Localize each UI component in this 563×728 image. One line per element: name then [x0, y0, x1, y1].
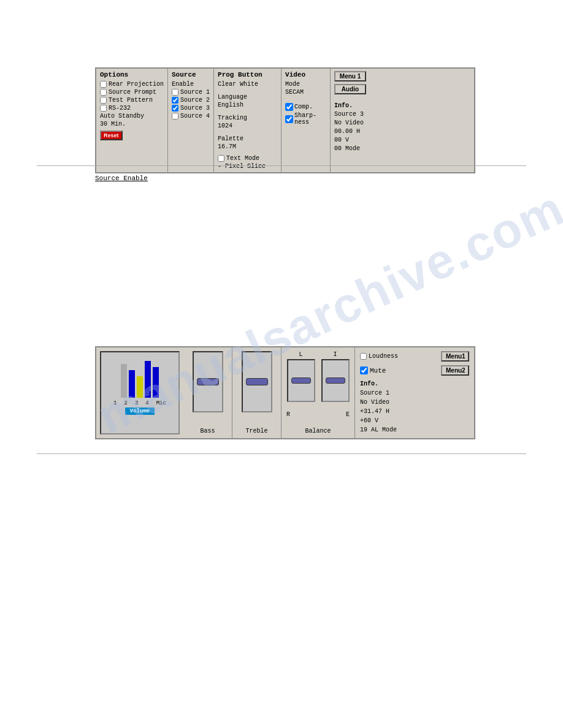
auto-standby-label: Auto Standby	[100, 113, 164, 119]
bass-label: Bass	[200, 428, 215, 434]
source3-checkbox[interactable]	[172, 105, 178, 112]
source2-checkbox[interactable]	[172, 97, 178, 104]
menu1-button[interactable]: Menu 1	[334, 71, 366, 82]
rs232-label: RS-232	[109, 105, 131, 112]
tracking-title: Tracking	[218, 115, 277, 121]
balance-l-knob	[291, 377, 311, 384]
top-info-block: Info. Source 3 No Video 00.00 H 00 V 00 …	[334, 102, 385, 153]
source4-label: Source 4	[180, 113, 210, 119]
source2-label: Source 2	[180, 97, 210, 104]
sharpness-row[interactable]: Sharp-ness	[285, 112, 326, 126]
source-prompt-row[interactable]: Source Prompt	[100, 89, 164, 96]
sharpness-label: Sharp-ness	[294, 112, 316, 126]
balance-i-col: I	[321, 351, 350, 402]
bar-chart	[121, 355, 159, 398]
audio-info-title: Info.	[360, 379, 469, 389]
mute-checkbox[interactable]	[360, 366, 368, 374]
audio-info-v: +60 V	[360, 416, 469, 425]
treble-label: Treble	[245, 428, 267, 434]
info-v: 00 V	[334, 136, 385, 145]
language-title: Language	[218, 94, 277, 100]
reset-button[interactable]: Reset	[100, 131, 123, 140]
audio-menu1-button[interactable]: Menu1	[441, 351, 469, 362]
test-pattern-label: Test Pattern	[109, 97, 153, 104]
treble-section: Treble	[232, 347, 282, 438]
loudness-row[interactable]: Loudness	[360, 353, 398, 360]
audio-info-hz: +31.47 H	[360, 407, 469, 416]
top-divider	[37, 165, 526, 166]
source2-row[interactable]: Source 2	[172, 97, 210, 104]
balance-i-knob	[326, 377, 345, 384]
balance-l-slider[interactable]	[287, 359, 315, 402]
bass-knob	[197, 378, 219, 385]
source1-checkbox[interactable]	[172, 89, 178, 96]
middle-area: Source Enable	[95, 175, 267, 182]
source4-checkbox[interactable]	[172, 113, 178, 119]
comp-label: Comp.	[294, 104, 313, 110]
source4-row[interactable]: Source 4	[172, 113, 210, 119]
prog-button-title: Prog Button	[218, 71, 277, 78]
rs232-checkbox[interactable]	[100, 105, 107, 112]
source1-row[interactable]: Source 1	[172, 89, 210, 96]
balance-r-label: R	[286, 411, 290, 418]
bass-slider-box[interactable]	[193, 351, 223, 412]
source-section: Source Enable Source 1 Source 2 Source 3…	[168, 69, 214, 172]
treble-slider-box[interactable]	[242, 351, 272, 412]
test-pattern-row[interactable]: Test Pattern	[100, 97, 164, 104]
pixel-slice-label: - Pixel Slice	[218, 163, 277, 170]
volume-label: Volume	[125, 408, 155, 415]
audio-info-source: Source 1	[360, 389, 469, 398]
audio-panel: 1 2 3 4 Mic Volume Bass Treble	[95, 346, 475, 439]
palette-title: Palette	[218, 135, 277, 142]
source-enable-title: Enable	[172, 81, 210, 88]
options-section: Options Rear Projection Source Prompt Te…	[96, 69, 168, 172]
source3-row[interactable]: Source 3	[172, 105, 210, 112]
balance-top-row: L I	[287, 351, 350, 402]
bar-3	[137, 376, 143, 398]
loudness-label: Loudness	[369, 353, 398, 360]
bottom-divider	[37, 453, 526, 454]
balance-l-label: L	[299, 351, 302, 358]
video-mode-title: Mode	[285, 81, 326, 88]
info-video-status: No Video	[334, 119, 385, 127]
chart-label-2: 2	[124, 400, 127, 406]
source-prompt-checkbox[interactable]	[100, 89, 107, 96]
video-section: Video Mode SECAM Comp. Sharp-ness	[282, 69, 331, 172]
rear-projection-checkbox[interactable]	[100, 81, 107, 88]
sharpness-checkbox[interactable]	[285, 115, 293, 123]
rear-projection-row[interactable]: Rear Projection	[100, 81, 164, 88]
bass-section: Bass	[183, 347, 232, 438]
info-mode: 00 Mode	[334, 145, 385, 153]
bar-1	[121, 364, 127, 398]
audio-info-video-status: No Video	[360, 398, 469, 407]
page: Options Rear Projection Source Prompt Te…	[0, 0, 563, 728]
balance-l-col: L	[287, 351, 315, 402]
info-title: Info.	[334, 102, 385, 110]
comp-row[interactable]: Comp.	[285, 103, 326, 111]
mute-checkbox-row[interactable]: Mute	[360, 366, 386, 374]
chart-labels: 1 2 3 4 Mic	[113, 400, 166, 406]
standby-time: 30 Min.	[100, 121, 164, 127]
text-mode-checkbox[interactable]	[218, 155, 224, 162]
text-mode-row[interactable]: Text Mode	[218, 155, 277, 162]
balance-i-slider[interactable]	[321, 359, 350, 402]
chart-label-1: 1	[113, 400, 117, 406]
rs232-row[interactable]: RS-232	[100, 105, 164, 112]
bar-mic	[153, 367, 159, 398]
audio-button[interactable]: Audio	[334, 84, 366, 94]
chart-label-3: 3	[135, 400, 138, 406]
language-value: English	[218, 102, 277, 108]
balance-section: L I R E Balance	[282, 347, 355, 438]
balance-bottom-labels: R E	[286, 411, 350, 418]
mute-label: Mute	[370, 367, 386, 374]
volume-section: 1 2 3 4 Mic Volume	[100, 351, 180, 434]
bar-4	[145, 361, 151, 398]
audio-menu2-button[interactable]: Menu2	[441, 365, 469, 376]
test-pattern-checkbox[interactable]	[100, 97, 107, 104]
info-hz: 00.00 H	[334, 127, 385, 136]
video-title: Video	[285, 71, 326, 78]
loudness-checkbox[interactable]	[360, 353, 367, 360]
chart-label-4: 4	[145, 400, 148, 406]
comp-checkbox[interactable]	[285, 103, 293, 111]
balance-i-label: I	[333, 351, 337, 358]
